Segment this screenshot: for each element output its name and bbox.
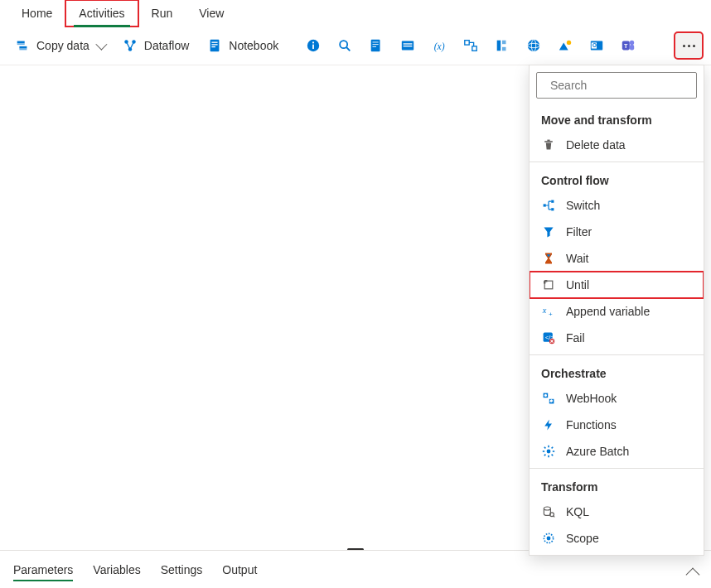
menu-item-functions[interactable]: Functions (530, 412, 704, 438)
tab-output[interactable]: Output (222, 553, 257, 586)
svg-rect-3 (210, 40, 220, 51)
activities-dropdown: Move and transform Delete data Control f… (529, 65, 704, 556)
svg-rect-20 (465, 41, 469, 45)
invoke-pipeline-icon[interactable] (457, 32, 484, 59)
menu-label: Azure Batch (566, 445, 629, 458)
svg-rect-23 (502, 41, 506, 45)
activities-toolbar: Copy data Dataflow Notebook (x) (0, 27, 711, 65)
svg-point-52 (544, 394, 547, 397)
copy-data-icon (15, 38, 30, 53)
section-control-flow: Control flow (530, 166, 704, 192)
svg-text:T: T (624, 42, 628, 50)
top-tab-bar: Home Activities Run View (0, 0, 711, 27)
separator (530, 354, 704, 355)
web-icon[interactable] (520, 32, 547, 59)
svg-rect-15 (373, 46, 377, 47)
tab-run[interactable]: Run (138, 0, 186, 27)
dataflow-icon (123, 38, 138, 53)
svg-rect-41 (551, 200, 554, 203)
dataflow-label: Dataflow (144, 39, 189, 52)
notebook-icon (207, 38, 222, 53)
filter-icon (541, 224, 556, 239)
search-box[interactable] (536, 72, 697, 99)
ellipsis-icon (683, 45, 695, 47)
svg-rect-43 (544, 281, 553, 289)
menu-item-fail[interactable]: </> Fail (530, 325, 704, 351)
chevron-down-icon (95, 39, 107, 51)
menu-item-webhook[interactable]: WebHook (530, 385, 704, 412)
section-orchestrate: Orchestrate (530, 359, 704, 385)
tab-view[interactable]: View (186, 0, 237, 27)
svg-rect-39 (547, 140, 549, 142)
menu-label: Until (566, 278, 589, 292)
until-icon (541, 277, 556, 292)
fail-icon: </> (541, 330, 556, 345)
search-input[interactable] (550, 79, 695, 92)
script-icon[interactable] (363, 32, 389, 59)
office365-outlook-icon[interactable]: O (583, 32, 610, 59)
menu-item-delete-data[interactable]: Delete data (530, 132, 704, 158)
menu-item-filter[interactable]: Filter (530, 219, 704, 245)
notebook-button[interactable]: Notebook (201, 32, 285, 59)
svg-rect-4 (212, 42, 218, 43)
svg-text:(x): (x) (434, 41, 445, 52)
stored-procedure-icon[interactable] (394, 32, 421, 59)
menu-label: Fail (566, 331, 585, 345)
svg-rect-34 (630, 45, 634, 50)
menu-label: Filter (566, 225, 592, 239)
menu-item-switch[interactable]: Switch (530, 192, 704, 219)
tab-activities[interactable]: Activities (65, 0, 138, 27)
svg-rect-40 (544, 204, 546, 206)
svg-point-25 (528, 40, 539, 51)
search-icon[interactable] (331, 32, 358, 59)
svg-text:+: + (549, 311, 553, 318)
foreach-icon[interactable] (489, 32, 515, 59)
menu-item-kql[interactable]: KQL (530, 499, 704, 525)
svg-rect-24 (502, 47, 506, 51)
dataflow-button[interactable]: Dataflow (116, 32, 196, 59)
tab-settings[interactable]: Settings (161, 553, 203, 586)
svg-point-8 (312, 41, 314, 43)
section-transform: Transform (530, 472, 704, 499)
collapse-panel-button[interactable] (686, 567, 700, 581)
svg-rect-5 (212, 44, 218, 45)
notebook-label: Notebook (229, 39, 278, 52)
more-activities-button[interactable] (675, 32, 703, 59)
svg-rect-18 (404, 46, 413, 46)
svg-rect-17 (404, 43, 413, 44)
menu-label: Switch (566, 199, 600, 212)
trash-icon (541, 137, 556, 152)
separator (530, 161, 704, 162)
menu-label: Wait (566, 252, 588, 265)
svg-point-10 (340, 41, 347, 48)
webhook-icon (541, 391, 556, 406)
menu-item-azure-batch[interactable]: Azure Batch (530, 438, 704, 465)
svg-text:O: O (592, 42, 597, 48)
set-variable-icon[interactable]: (x) (426, 32, 452, 59)
tab-variables[interactable]: Variables (93, 553, 140, 586)
menu-item-scope[interactable]: Scope (530, 525, 704, 552)
svg-rect-9 (312, 45, 314, 49)
copy-data-label: Copy data (36, 39, 89, 52)
svg-line-58 (544, 447, 546, 449)
svg-rect-21 (472, 46, 476, 51)
tab-parameters[interactable]: Parameters (13, 553, 73, 586)
svg-rect-38 (544, 141, 553, 142)
tab-home[interactable]: Home (8, 0, 65, 27)
svg-line-11 (346, 47, 350, 51)
info-icon[interactable] (300, 32, 326, 59)
teams-icon[interactable]: T (615, 32, 641, 59)
svg-rect-12 (371, 40, 380, 51)
copy-data-button[interactable]: Copy data (8, 32, 111, 59)
svg-line-64 (554, 516, 555, 518)
svg-line-60 (544, 455, 546, 456)
menu-item-append-variable[interactable]: x+ Append variable (530, 298, 704, 325)
semantic-model-refresh-icon[interactable] (552, 32, 578, 59)
menu-label: Append variable (566, 305, 650, 318)
menu-label: KQL (566, 505, 589, 518)
svg-rect-22 (497, 41, 501, 51)
menu-item-until[interactable]: Until (530, 272, 704, 298)
menu-label: WebHook (566, 392, 617, 405)
svg-rect-6 (212, 46, 216, 47)
menu-item-wait[interactable]: Wait (530, 245, 704, 272)
